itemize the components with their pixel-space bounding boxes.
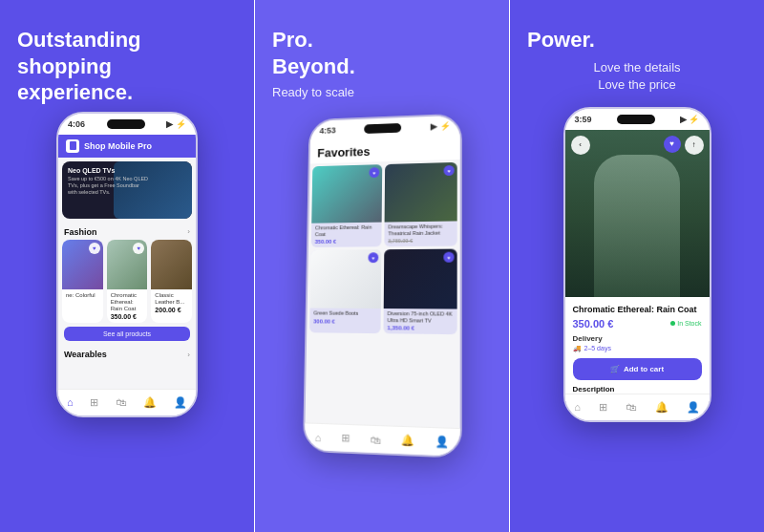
phone-topbar-right: 3:59 ▶ ⚡	[565, 109, 710, 130]
nav-user-icon-r[interactable]: 👤	[687, 401, 700, 414]
nav-cart-icon[interactable]: 🛍	[116, 396, 126, 408]
wearables-arrow-icon: ›	[187, 351, 190, 359]
heart-icon-1[interactable]: ♥	[89, 243, 100, 254]
fav-label-1: Chromatic Ethereal: Rain Coat	[310, 223, 381, 240]
product-card-3: Classic Leather B... 200.00 €	[151, 240, 192, 324]
app-header: Shop Mobile Pro	[58, 135, 196, 158]
favorite-button[interactable]: ♥	[664, 136, 681, 153]
fav-item-2: ♥ Dreamscape Whispers: Theatrical Rain J…	[384, 162, 456, 247]
product-row: ♥ ne: Colorful ♥ Chromatic Ethereal: Rai…	[58, 240, 196, 324]
banner-text: Neo QLED TVs Save up to €500 on 4K Neo Q…	[68, 167, 186, 196]
panel-right: Power. Love the detailsLove the price 3:…	[510, 0, 764, 532]
right-heading: Power.	[527, 27, 747, 53]
delivery-section: Delivery 🚚 2–5 days	[573, 334, 702, 352]
fav-heart-4[interactable]: ♥	[443, 252, 454, 263]
share-button[interactable]: ↑	[685, 136, 704, 155]
nav-home-icon-r[interactable]: ⌂	[574, 401, 581, 413]
center-subheading: Ready to scale	[272, 85, 492, 99]
fav-label-3: Green Suede Boots	[309, 309, 380, 319]
wearables-title: Wearables	[64, 350, 107, 359]
fav-price-1: 350.00 €	[310, 239, 381, 248]
status-icons-right: ▶ ⚡	[680, 115, 700, 124]
center-phone-wrap: 4:53 ▶ ⚡ Favorites ♥ Chromatic Ethereal:…	[272, 113, 492, 517]
product-card-2: ♥ Chromatic Ethereal: Rain Coat 350.00 €	[107, 240, 148, 324]
fashion-arrow-icon: ›	[187, 227, 190, 236]
nav-user-icon-c[interactable]: 👤	[435, 436, 449, 449]
panel-left: Outstandingshoppingexperience. 4:06 ▶ ⚡ …	[0, 0, 254, 532]
product-name-2: Chromatic Ethereal: Rain Coat	[111, 292, 144, 313]
left-phone-screen: Shop Mobile Pro Neo QLED TVs Save up to …	[58, 135, 196, 415]
favorites-title: Favorites	[317, 141, 453, 160]
delivery-info: 🚚 2–5 days	[573, 345, 702, 352]
fashion-section-header: Fashion ›	[58, 223, 196, 240]
nav-bell-icon-c[interactable]: 🔔	[400, 434, 414, 447]
nav-bell-icon-r[interactable]: 🔔	[655, 401, 668, 414]
fav-heart-3[interactable]: ♥	[368, 252, 378, 263]
product-info-3: Classic Leather B... 200.00 €	[151, 289, 192, 316]
fav-item-4: ♥ Diversion 75-inch OLED 4K Ultra HD Sma…	[383, 249, 456, 335]
nav-grid-icon-r[interactable]: ⊞	[599, 401, 607, 414]
fav-item-1: ♥ Chromatic Ethereal: Rain Coat 350.00 €	[310, 164, 381, 247]
left-phone-wrap: 4:06 ▶ ⚡ Shop Mobile Pro Neo QLED TVs	[17, 112, 237, 518]
left-heading: Outstandingshoppingexperience.	[17, 27, 237, 106]
bottom-nav-center: ⌂ ⊞ 🛍 🔔 👤	[304, 422, 459, 456]
in-stock-badge: In Stock	[670, 320, 701, 327]
phone-topbar-left: 4:06 ▶ ⚡	[58, 114, 196, 135]
product-price-2: 350.00 €	[111, 313, 144, 320]
delivery-label: Delivery	[573, 334, 702, 343]
app-logo-icon	[66, 139, 79, 153]
truck-icon: 🚚	[573, 345, 582, 352]
see-all-button[interactable]: See all products	[64, 327, 190, 341]
fav-heart-1[interactable]: ♥	[369, 167, 379, 178]
heart-icon-2[interactable]: ♥	[133, 243, 144, 254]
left-phone: 4:06 ▶ ⚡ Shop Mobile Pro Neo QLED TVs	[56, 112, 198, 417]
dynamic-island-left	[107, 119, 145, 129]
right-phone-screen: ‹ ↑ ♥ Chromatic Ethereal: Rain Coat 350.…	[565, 130, 710, 420]
product-name-3: Classic Leather B...	[155, 292, 188, 306]
wearables-section-header: Wearables ›	[58, 345, 196, 362]
time-left: 4:06	[68, 119, 85, 129]
nav-user-icon[interactable]: 👤	[174, 396, 187, 409]
product-price-3: 200.00 €	[155, 307, 188, 313]
fav-price-3: 300.00 €	[309, 318, 380, 328]
app-title: Shop Mobile Pro	[84, 141, 152, 151]
product-name-1: ne: Colorful	[66, 292, 99, 299]
product-detail-image: ‹ ↑ ♥	[565, 130, 710, 297]
cart-btn-icon: 🛒	[610, 365, 620, 373]
dynamic-island-center	[364, 123, 401, 134]
detail-content: Chromatic Ethereal: Rain Coat 350.00 € I…	[565, 297, 710, 401]
fav-price-2: 3,789.00 €	[384, 238, 456, 247]
nav-cart-icon-r[interactable]: 🛍	[626, 401, 636, 413]
fav-item-3: ♥ Green Suede Boots 300.00 €	[309, 249, 381, 333]
in-stock-label: In Stock	[677, 320, 701, 327]
nav-grid-icon[interactable]: ⊞	[90, 396, 98, 409]
fashion-title: Fashion	[64, 227, 97, 237]
time-right: 3:59	[575, 115, 592, 124]
center-phone-screen: Favorites ♥ Chromatic Ethereal: Rain Coa…	[304, 136, 459, 456]
fav-price-4: 1,350.00 €	[383, 326, 456, 335]
nav-cart-icon-c[interactable]: 🛍	[370, 434, 380, 446]
status-icons-left: ▶ ⚡	[166, 119, 186, 129]
add-to-cart-button[interactable]: 🛒 Add to cart	[573, 358, 702, 380]
fav-heart-2[interactable]: ♥	[443, 165, 454, 176]
status-icons-center: ▶ ⚡	[431, 121, 451, 132]
detail-price-row: 350.00 € In Stock	[573, 318, 702, 330]
right-phone-wrap: 3:59 ▶ ⚡ ‹ ↑ ♥ Chromatic Ethereal: Rain …	[527, 107, 747, 517]
nav-bell-icon[interactable]: 🔔	[143, 396, 157, 409]
nav-grid-icon-c[interactable]: ⊞	[340, 432, 349, 445]
center-heading: Pro.Beyond.	[272, 27, 492, 79]
banner-desc: Save up to €500 on 4K Neo QLEDTVs, plus …	[68, 176, 186, 196]
nav-home-icon-c[interactable]: ⌂	[314, 431, 321, 442]
bottom-nav-right: ⌂ ⊞ 🛍 🔔 👤	[565, 394, 710, 420]
back-button[interactable]: ‹	[571, 136, 590, 155]
right-phone: 3:59 ▶ ⚡ ‹ ↑ ♥ Chromatic Ethereal: Rain …	[563, 107, 711, 422]
description-label: Description	[573, 385, 702, 394]
nav-home-icon[interactable]: ⌂	[67, 396, 74, 408]
dynamic-island-right	[617, 115, 655, 124]
favorites-grid: ♥ Chromatic Ethereal: Rain Coat 350.00 €…	[307, 160, 460, 338]
detail-price: 350.00 €	[573, 318, 614, 330]
product-info-2: Chromatic Ethereal: Rain Coat 350.00 €	[107, 289, 148, 324]
product-info-1: ne: Colorful	[62, 289, 103, 302]
cart-btn-label: Add to cart	[624, 365, 664, 373]
stock-dot	[670, 321, 675, 326]
